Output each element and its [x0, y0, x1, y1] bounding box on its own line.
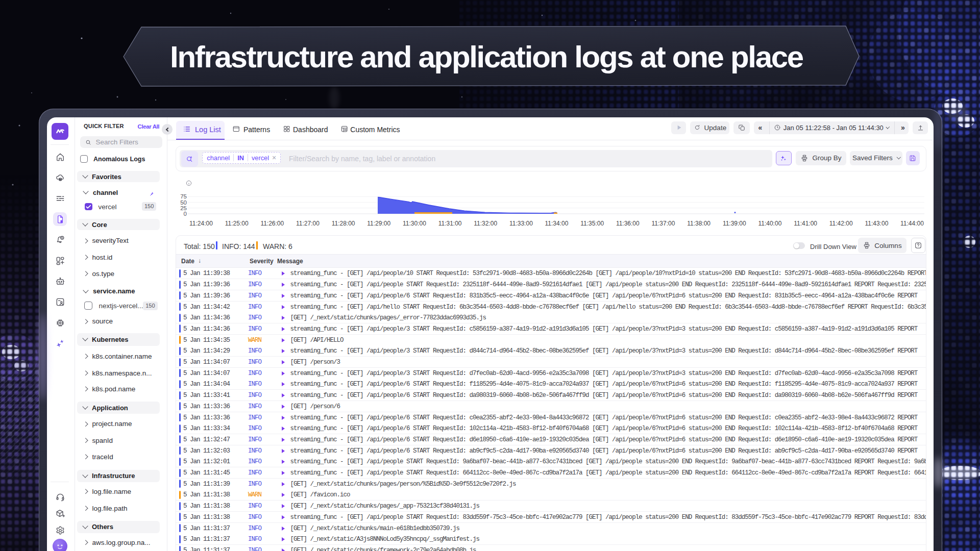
svg-text:11:27:00: 11:27:00: [296, 220, 320, 227]
svg-text:11:35:00: 11:35:00: [580, 220, 604, 227]
svg-text:25: 25: [180, 205, 187, 211]
svg-text:11:24:00: 11:24:00: [189, 220, 213, 227]
svg-text:11:40:00: 11:40:00: [758, 220, 781, 227]
svg-text:11:32:00: 11:32:00: [474, 220, 497, 227]
svg-text:11:41:00: 11:41:00: [794, 220, 817, 227]
svg-text:11:33:00: 11:33:00: [509, 220, 533, 227]
svg-text:11:44:00: 11:44:00: [900, 220, 924, 227]
svg-text:11:43:00: 11:43:00: [865, 220, 888, 227]
svg-text:75: 75: [180, 193, 187, 199]
svg-text:11:29:00: 11:29:00: [367, 220, 390, 227]
svg-text:11:28:00: 11:28:00: [332, 220, 355, 227]
svg-text:11:26:00: 11:26:00: [260, 220, 284, 227]
svg-text:50: 50: [180, 199, 187, 206]
svg-text:11:39:00: 11:39:00: [723, 220, 746, 227]
svg-text:11:37:00: 11:37:00: [652, 220, 675, 227]
svg-text:11:31:00: 11:31:00: [438, 220, 462, 227]
svg-text:11:38:00: 11:38:00: [687, 220, 710, 227]
svg-text:11:36:00: 11:36:00: [616, 220, 640, 227]
svg-text:11:30:00: 11:30:00: [403, 220, 426, 227]
svg-text:11:42:00: 11:42:00: [829, 220, 853, 227]
svg-text:11:34:00: 11:34:00: [545, 220, 569, 227]
svg-text:11:25:00: 11:25:00: [225, 220, 249, 227]
svg-text:0: 0: [184, 211, 187, 217]
